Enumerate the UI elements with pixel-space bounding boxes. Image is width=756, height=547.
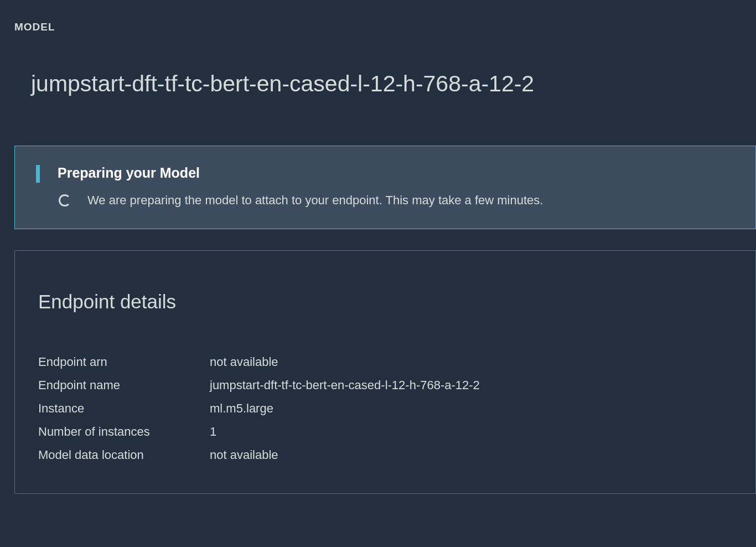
detail-value-instance: ml.m5.large — [210, 397, 732, 420]
loading-spinner-icon — [59, 194, 71, 207]
detail-label-instance: Instance — [38, 397, 210, 420]
details-row: Model data location not available — [38, 443, 732, 467]
detail-value-endpoint-arn: not available — [210, 350, 732, 374]
details-row: Number of instances 1 — [38, 420, 732, 443]
status-panel: Preparing your Model We are preparing th… — [14, 146, 756, 229]
status-title: Preparing your Model — [58, 165, 755, 181]
details-row: Endpoint name jumpstart-dft-tf-tc-bert-e… — [38, 374, 732, 397]
details-table: Endpoint arn not available Endpoint name… — [38, 350, 732, 467]
status-accent-bar — [36, 165, 40, 183]
detail-value-endpoint-name: jumpstart-dft-tf-tc-bert-en-cased-l-12-h… — [210, 374, 732, 397]
detail-label-num-instances: Number of instances — [38, 420, 210, 443]
status-message: We are preparing the model to attach to … — [87, 193, 543, 208]
endpoint-details-panel: Endpoint details Endpoint arn not availa… — [14, 250, 756, 494]
detail-label-endpoint-name: Endpoint name — [38, 374, 210, 397]
detail-label-endpoint-arn: Endpoint arn — [38, 350, 210, 374]
detail-value-model-data-location: not available — [210, 443, 732, 467]
detail-value-num-instances: 1 — [210, 420, 732, 443]
details-section-title: Endpoint details — [38, 291, 732, 313]
details-row: Endpoint arn not available — [38, 350, 732, 374]
details-row: Instance ml.m5.large — [38, 397, 732, 420]
detail-label-model-data-location: Model data location — [38, 443, 210, 467]
model-title: jumpstart-dft-tf-tc-bert-en-cased-l-12-h… — [0, 33, 756, 97]
breadcrumb[interactable]: MODEL — [0, 0, 756, 33]
